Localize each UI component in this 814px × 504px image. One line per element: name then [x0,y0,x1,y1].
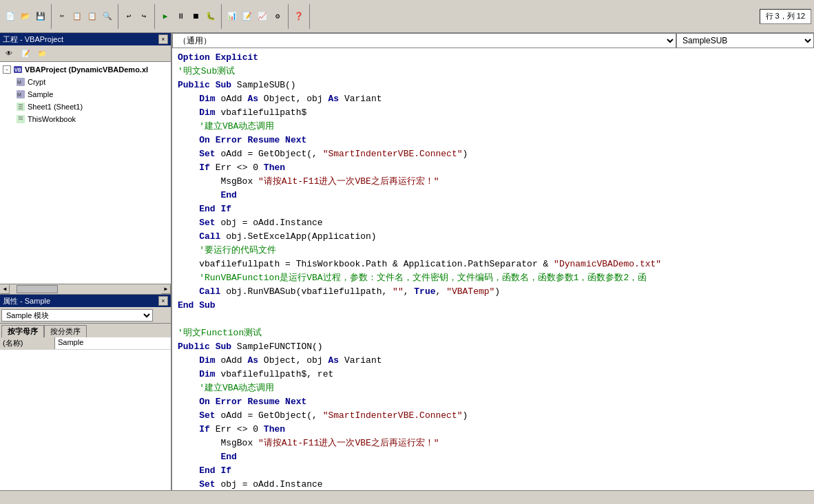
code-line: '明文Function测试 [178,326,808,340]
code-line: End [178,450,808,464]
props-row-name: (名称) Sample [0,337,171,350]
scroll-thumb[interactable] [17,285,58,293]
toolbar-group-edit: ✂ 📋 📋 🔍 [54,4,118,29]
svg-text:M: M [17,92,21,97]
scroll-right-btn[interactable]: ▶ [161,284,171,294]
save-btn[interactable]: 💾 [33,9,48,24]
cut-btn[interactable]: ✂ [54,9,70,24]
toolbar-group-file: 📄 📂 💾 [3,4,52,29]
excel-btn[interactable]: 📊 [225,9,240,24]
project-titlebar: 工程 - VBAProject × [0,33,171,45]
props-name-label: (名称) [0,337,55,349]
code-procedure-dropdown[interactable]: SampleSUB [676,33,814,48]
tree-item-root-label: VBAProject (DynamicVBADemo.xl [25,65,148,74]
more-btn[interactable]: ⚙ [270,9,285,24]
run-btn[interactable]: ▶ [158,9,173,24]
code-line: Dim vbafilefullpath$ [178,106,808,120]
tree-item-thisworkbook[interactable]: ThisWorkbook [1,113,169,125]
code-line: '建立VBA动态调用 [178,381,808,395]
chart-btn[interactable]: 📈 [255,9,270,24]
insert-btn[interactable]: 📝 [240,9,255,24]
code-line: Call obj.SetExcelApp(Application) [178,230,808,244]
code-line: MsgBox "请按Alt-F11进入一次VBE之后再运行宏！" [178,175,808,189]
toolbar-group-debug: ▶ ⏸ ⏹ 🐛 [158,4,222,29]
code-line: End [178,189,808,202]
toolbar-group-run: ↩ ↪ [121,4,155,29]
tree-item-thisworkbook-label: ThisWorkbook [28,115,76,123]
sheet-icon [15,101,26,112]
code-line: If Err <> 0 Then [178,423,808,437]
code-line: Public Sub SampleSUB() [178,78,808,92]
undo-btn[interactable]: ↩ [121,9,136,24]
project-close-btn[interactable]: × [158,34,168,44]
props-tab-alpha[interactable]: 按字母序 [1,325,44,337]
find-btn[interactable]: 🔍 [100,9,115,24]
code-line: Set obj = oAdd.Instance [178,478,808,490]
cursor-position: 行 3，列 12 [766,11,805,21]
properties-titlebar: 属性 - Sample × [0,295,171,307]
code-line [178,313,808,326]
code-panel: （通用） SampleSUB Option Explicit'明文Sub测试Pu… [172,33,814,490]
props-object-select[interactable]: Sample 模块 [1,309,153,322]
code-line: Set oAdd = GetObject(, "SmartIndenterVBE… [178,147,808,161]
tree-item-crypt[interactable]: M Crypt [1,76,169,88]
scroll-left-btn[interactable]: ◀ [0,284,10,294]
tree-item-root[interactable]: - VB VBAProject (DynamicVBADemo.xl [1,63,169,76]
code-line: '要运行的代码文件 [178,244,808,258]
code-line: '建立VBA动态调用 [178,120,808,134]
properties-title: 属性 - Sample [3,296,50,306]
project-toggle-folders-btn[interactable]: 📁 [34,46,50,61]
code-area[interactable]: Option Explicit'明文Sub测试Public Sub Sample… [172,48,814,490]
props-toolbar: Sample 模块 [0,307,171,324]
code-line: Option Explicit [178,51,808,65]
copy-btn[interactable]: 📋 [70,9,85,24]
tree-item-crypt-label: Crypt [28,78,45,86]
pause-btn[interactable]: ⏸ [173,9,188,24]
toolbar-group-help: ❓ [291,4,310,29]
project-view-object-btn[interactable]: 👁 [1,46,17,61]
vba-project-icon: VB [12,64,23,75]
svg-text:M: M [17,80,21,85]
code-line: Set obj = oAdd.Instance [178,216,808,230]
code-line: Dim oAdd As Object, obj As Variant [178,92,808,106]
debug-btn[interactable]: 🐛 [203,9,218,24]
code-line: Dim vbafilefullpath$, ret [178,368,808,381]
main-container: 工程 - VBAProject × 👁 📝 📁 - VB [0,33,814,490]
code-line: On Error Resume Next [178,134,808,147]
project-toolbar: 👁 📝 📁 [0,45,171,62]
tree-item-sheet1[interactable]: Sheet1 (Sheet1) [1,101,169,113]
scroll-track [10,284,161,294]
expand-icon-root[interactable]: - [3,65,11,74]
svg-text:VB: VB [14,67,21,72]
paste-btn[interactable]: 📋 [85,9,100,24]
stop-btn[interactable]: ⏹ [188,9,203,24]
code-line: End If [178,464,808,478]
code-line: Set oAdd = GetObject(, "SmartIndenterVBE… [178,409,808,423]
code-line: '明文Sub测试 [178,65,808,78]
open-btn[interactable]: 📂 [18,9,33,24]
properties-close-btn[interactable]: × [158,296,168,306]
project-hscrollbar[interactable]: ◀ ▶ [0,284,171,293]
module-icon-crypt: M [15,76,26,87]
code-line: Public Sub SampleFUNCTION() [178,340,808,354]
code-line: On Error Resume Next [178,395,808,409]
redo-btn[interactable]: ↪ [136,9,152,24]
left-panel: 工程 - VBAProject × 👁 📝 📁 - VB [0,33,172,490]
properties-panel: 属性 - Sample × Sample 模块 按字母序 按分类序 (名称) S… [0,295,171,490]
code-object-dropdown[interactable]: （通用） [172,33,676,48]
project-view-code-btn[interactable]: 📝 [18,46,33,61]
tree-item-sample[interactable]: M Sample [1,88,169,101]
props-tab-category[interactable]: 按分类序 [44,325,87,337]
code-line: 'RunVBAFunction是运行VBA过程，参数：文件名，文件密钥，文件编码… [178,271,808,285]
props-value-sample: Sample [55,337,171,349]
help-btn[interactable]: ❓ [291,9,306,24]
new-btn[interactable]: 📄 [3,9,18,24]
toolbar-group-tools: 📊 📝 📈 ⚙ [225,4,289,29]
status-position: 行 3，列 12 [760,9,811,24]
code-line: End Sub [178,299,808,313]
module-icon-sample: M [15,89,26,100]
tree-item-sheet1-label: Sheet1 (Sheet1) [28,103,83,111]
main-toolbar: 📄 📂 💾 ✂ 📋 📋 🔍 ↩ ↪ ▶ ⏸ ⏹ 🐛 📊 📝 📈 ⚙ ❓ 行 3，… [0,0,814,33]
code-header: （通用） SampleSUB [172,33,814,48]
code-line: End If [178,202,808,216]
